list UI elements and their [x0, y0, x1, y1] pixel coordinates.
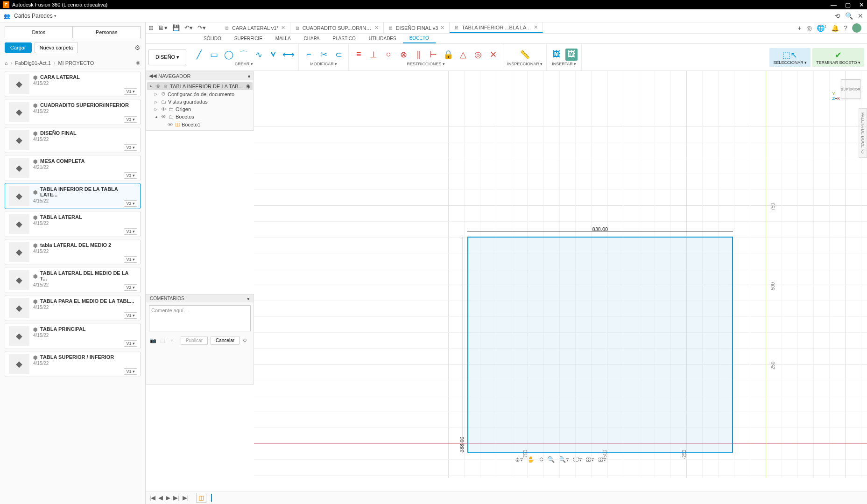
nav-min-icon[interactable]: ●: [247, 73, 251, 79]
version-badge[interactable]: V3 ▾: [124, 172, 137, 179]
tl-start-icon[interactable]: |◀: [149, 494, 155, 501]
file-icon[interactable]: 🗎▾: [158, 24, 168, 31]
sketch-rectangle[interactable]: [467, 237, 733, 452]
vert-icon[interactable]: ⊥: [367, 49, 380, 61]
close-icon[interactable]: ✕: [281, 25, 285, 31]
line-icon[interactable]: ╱: [193, 49, 205, 61]
crear-label[interactable]: CREAR ▾: [235, 62, 253, 66]
version-badge[interactable]: V2 ▾: [124, 200, 137, 207]
bell-icon[interactable]: 🔔: [831, 24, 839, 32]
project-item[interactable]: ◆ ⬢TABLA SUPERIOR / INFERIOR 4/15/22 V1 …: [5, 351, 141, 377]
crumb-1[interactable]: FabDig01-Act.1: [15, 60, 50, 66]
username[interactable]: Carlos Paredes: [14, 13, 53, 19]
publicar-button[interactable]: Publicar: [181, 336, 208, 345]
dim-icon[interactable]: ⟷: [282, 49, 295, 61]
paleta-tab[interactable]: PALETA DE BOCETO: [859, 108, 867, 158]
viewcube[interactable]: SUPERIOR: [841, 79, 860, 99]
tri-icon[interactable]: ▷: [155, 92, 159, 96]
search-icon[interactable]: 🔍: [845, 12, 853, 20]
equal-icon[interactable]: △: [457, 49, 469, 61]
new-tab-icon[interactable]: +: [798, 24, 802, 32]
nav-conf[interactable]: Configuración del documento: [168, 91, 234, 97]
chevron-down-icon[interactable]: ▾: [54, 14, 56, 18]
rtab-solido[interactable]: SÓLIDO: [197, 34, 228, 43]
spline-icon[interactable]: ∿: [253, 49, 265, 61]
globe-icon[interactable]: ◉: [136, 60, 141, 66]
doc-tab[interactable]: 🗎CARA LATERAL v1*✕: [220, 22, 290, 33]
restric-label[interactable]: RESTRICCIONES ▾: [407, 62, 445, 66]
notification-badge[interactable]: 🌐1: [817, 24, 826, 32]
lock-icon[interactable]: 🔒: [442, 49, 454, 61]
project-item[interactable]: ◆ ⬢DISEÑO FINAL 4/15/22 V3 ▾: [5, 127, 141, 153]
version-badge[interactable]: V1 ▾: [124, 88, 137, 95]
help-icon[interactable]: ?: [844, 24, 847, 32]
mirror-icon[interactable]: ⛛: [268, 49, 280, 61]
rtab-chapa[interactable]: CHAPA: [297, 34, 326, 43]
close-panel-icon[interactable]: ✕: [858, 12, 863, 20]
home-icon[interactable]: ⌂: [5, 60, 8, 66]
version-badge[interactable]: V1 ▾: [124, 368, 137, 375]
comments-min-icon[interactable]: ●: [247, 296, 250, 301]
project-item[interactable]: ◆ ⬢TABLA PRINCIPAL 4/15/22 V1 ▾: [5, 323, 141, 349]
version-badge[interactable]: V1 ▾: [124, 312, 137, 319]
cube-icon[interactable]: ⬚: [160, 337, 168, 343]
rect-icon[interactable]: ▭: [208, 49, 220, 61]
trim-icon[interactable]: ✂: [317, 49, 330, 61]
insertar-label[interactable]: INSERTAR ▾: [552, 62, 576, 66]
project-item[interactable]: ◆ ⬢TABLA LATERAL 4/15/22 V1 ▾: [5, 211, 141, 237]
insert-icon[interactable]: 🖼: [550, 49, 563, 61]
extensions-icon[interactable]: ◎: [806, 24, 812, 32]
project-item[interactable]: ◆ ⬢TABLA LATERAL DEL MEDIO DE LA T... 4/…: [5, 267, 141, 293]
horiz-icon[interactable]: ≡: [352, 49, 365, 61]
undo-icon[interactable]: ↶▾: [184, 24, 193, 31]
rtab-utilidades[interactable]: UTILIDADES: [362, 34, 403, 43]
version-badge[interactable]: V3 ▾: [124, 144, 137, 151]
rtab-plastico[interactable]: PLÁSTICO: [326, 34, 362, 43]
project-item[interactable]: ◆ ⬢CUADRADITO SUPERIOR/INFERIOR 4/15/22 …: [5, 99, 141, 125]
tl-play-icon[interactable]: ▶: [166, 494, 170, 501]
close-icon[interactable]: ✕: [534, 24, 538, 30]
doc-tab[interactable]: 🗎CUADRADITO SUP...OR/INFERIOR v3✕: [290, 22, 384, 33]
tri-icon[interactable]: ▲: [155, 115, 159, 119]
tl-marker[interactable]: [211, 494, 212, 502]
eye-icon[interactable]: 👁: [168, 122, 173, 127]
tl-end-icon[interactable]: ▶|: [183, 494, 189, 501]
nav-bocetos[interactable]: Bocetos: [176, 114, 194, 119]
version-badge[interactable]: V1 ▾: [124, 340, 137, 347]
gear-icon[interactable]: ⚙: [134, 44, 141, 51]
nav-origen[interactable]: Origen: [176, 106, 191, 112]
version-badge[interactable]: V3 ▾: [124, 116, 137, 123]
close-icon[interactable]: ✕: [859, 1, 864, 8]
nav-vistas[interactable]: Vistas guardadas: [168, 99, 208, 105]
comment-input[interactable]: Comente aquí...: [149, 305, 251, 331]
fillet-icon[interactable]: ⌐: [303, 49, 315, 61]
rtab-malla[interactable]: MALLA: [269, 34, 297, 43]
plus-icon[interactable]: +: [170, 338, 178, 343]
canvas[interactable]: SUPERIOR YZ━X PALETA DE BOCETO ⊕▾ ✋ ⟲ 🔍 …: [254, 71, 867, 478]
version-badge[interactable]: V2 ▾: [124, 284, 137, 291]
tl-sketch-feature[interactable]: ◫: [196, 493, 206, 503]
tl-next-icon[interactable]: ▶|: [173, 494, 179, 501]
measure-icon[interactable]: 📏: [519, 49, 531, 61]
nueva-carpeta-button[interactable]: Nueva carpeta: [35, 42, 78, 53]
circle-icon[interactable]: ◯: [223, 49, 235, 61]
refresh-icon[interactable]: ⟲: [242, 337, 250, 343]
tri-icon[interactable]: ▷: [155, 100, 159, 104]
eye-icon[interactable]: 👁: [161, 114, 167, 119]
tri-icon[interactable]: ▲: [149, 84, 154, 88]
parallel-icon[interactable]: ∥: [412, 49, 424, 61]
save-icon[interactable]: 💾: [172, 24, 180, 31]
nav-root[interactable]: TABLA INFERIOR DE LA TABLA...: [170, 84, 244, 89]
perp-icon[interactable]: ⊢: [427, 49, 439, 61]
close-icon[interactable]: ✕: [440, 25, 444, 31]
doc-tab[interactable]: 🗎TABLA INFERIOR ...BLA LATERAL v2*✕: [450, 22, 543, 33]
project-item[interactable]: ◆ ⬢tabla LATERAL DEL MEDIO 2 4/15/22 V1 …: [5, 239, 141, 265]
avatar[interactable]: [852, 23, 861, 33]
cargar-button[interactable]: Cargar: [5, 42, 32, 53]
radio-icon[interactable]: ◉: [246, 83, 251, 89]
tab-personas[interactable]: Personas: [73, 26, 141, 38]
refresh-icon[interactable]: ⟲: [835, 12, 840, 20]
terminar-boceto-button[interactable]: ✔ TERMINAR BOCETO ▾: [812, 48, 864, 67]
camera-icon[interactable]: 📷: [150, 337, 157, 343]
image-icon[interactable]: 🖼: [565, 49, 578, 61]
